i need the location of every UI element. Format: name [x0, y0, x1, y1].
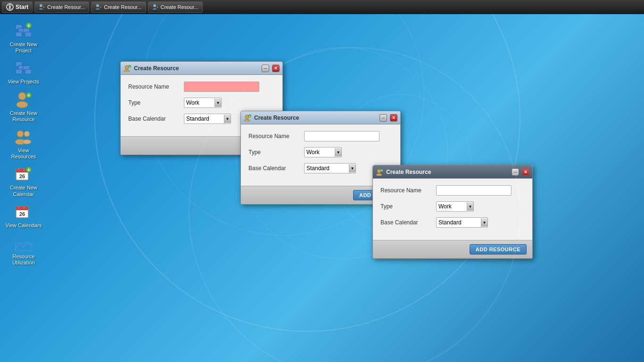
dialog3-type-value: Work: [437, 203, 467, 210]
taskbar-btn2-label: Create Resour...: [104, 4, 141, 10]
dialog2-type-arrow[interactable]: ▼: [335, 148, 341, 156]
create-new-calendar-icon: 26 +: [14, 165, 33, 183]
view-calendars-icon: 26: [14, 202, 33, 221]
dialog3-base-calendar-value: Standard: [437, 219, 481, 226]
sidebar-item-create-new-project[interactable]: + Create NewProject: [5, 21, 42, 54]
dialog3-base-calendar-arrow[interactable]: ▼: [481, 218, 487, 227]
start-label: Start: [16, 4, 28, 10]
dialog2-base-calendar-row: Base Calendar Standard ▼: [248, 163, 393, 173]
dialog2-type-select[interactable]: Work ▼: [304, 147, 342, 157]
dialog1-resource-name-input[interactable]: [184, 82, 259, 92]
svg-text:26: 26: [19, 173, 25, 179]
taskbar-button-3[interactable]: + Create Resour...: [148, 1, 203, 13]
svg-text:+: +: [249, 115, 251, 117]
svg-text:+: +: [27, 167, 30, 173]
dialog3-type-arrow[interactable]: ▼: [467, 202, 473, 211]
dialog1-base-calendar-select[interactable]: Standard ▼: [184, 114, 231, 124]
dialog3-type-row: Type Work ▼: [380, 201, 525, 212]
svg-point-23: [17, 101, 28, 108]
taskbar-button-2[interactable]: + Create Resour...: [91, 1, 146, 13]
dialog2-icon: +: [244, 114, 251, 122]
dialog2-type-label: Type: [248, 149, 300, 156]
svg-rect-38: [16, 206, 28, 210]
svg-text:+: +: [43, 6, 45, 9]
dialog3-content: Resource Name Type Work ▼ Base Calendar …: [373, 179, 532, 240]
sidebar-item-view-resources[interactable]: ViewResources: [5, 127, 42, 160]
dialog1-close-button[interactable]: ✕: [272, 65, 280, 72]
svg-text:+: +: [381, 169, 383, 172]
svg-rect-20: [16, 69, 22, 74]
dialog2-titlebar: + Create Resource ─ ✕: [241, 111, 400, 124]
dialog3-footer: ADD RESOURCE: [373, 240, 532, 258]
svg-point-46: [124, 70, 130, 72]
dialog3-close-button[interactable]: ✕: [522, 168, 529, 176]
dialog3-type-label: Type: [380, 203, 432, 210]
svg-point-29: [23, 140, 31, 144]
svg-rect-14: [25, 32, 32, 37]
taskbar-btn2-icon: +: [95, 4, 102, 10]
svg-point-45: [125, 66, 129, 69]
svg-point-4: [40, 4, 42, 7]
svg-rect-39: [18, 206, 19, 209]
sidebar-item-resource-utilization[interactable]: ResourceUtilization: [5, 233, 42, 266]
dialog1-type-arrow[interactable]: ▼: [215, 99, 221, 107]
dialog2-title: Create Resource: [254, 115, 377, 121]
svg-point-50: [244, 119, 250, 122]
create-new-resource-label: Create NewResource: [10, 110, 37, 123]
dialog2-resource-name-row: Resource Name: [248, 131, 393, 141]
dialog1-titlebar: + Create Resource ─ ✕: [121, 62, 282, 75]
dialog2-base-calendar-arrow[interactable]: ▼: [349, 164, 355, 173]
svg-text:26: 26: [19, 211, 25, 217]
create-new-resource-icon: +: [14, 90, 33, 109]
dialog2-base-calendar-label: Base Calendar: [248, 165, 300, 172]
dialog1-icon: +: [124, 65, 131, 72]
taskbar-btn3-label: Create Resour...: [161, 4, 198, 10]
dialog3-base-calendar-row: Base Calendar Standard ▼: [380, 217, 525, 228]
dialog1-base-calendar-label: Base Calendar: [128, 115, 180, 122]
svg-point-28: [24, 131, 30, 137]
sidebar: + Create NewProject View Projects +: [0, 16, 47, 271]
dialog3-minimize-button[interactable]: ─: [512, 168, 519, 176]
dialog3-resource-name-input[interactable]: [436, 185, 512, 196]
view-resources-label: ViewResources: [11, 148, 36, 160]
start-icon: [6, 3, 14, 11]
dialog2-base-calendar-value: Standard: [305, 165, 349, 172]
dialog1-title: Create Resource: [134, 65, 259, 72]
dialog3-title: Create Resource: [386, 169, 509, 175]
view-projects-icon: [14, 58, 33, 77]
dialog3-base-calendar-select[interactable]: Standard ▼: [436, 217, 488, 228]
dialog3-add-resource-button[interactable]: ADD RESOURCE: [470, 244, 527, 255]
svg-rect-33: [24, 169, 25, 171]
dialog2-type-value: Work: [305, 149, 335, 156]
sidebar-item-view-projects[interactable]: View Projects: [5, 58, 42, 85]
svg-point-8: [153, 4, 156, 7]
dialog1-minimize-button[interactable]: ─: [262, 65, 269, 72]
view-resources-icon: [14, 127, 33, 146]
svg-point-26: [17, 131, 24, 137]
dialog1-base-calendar-value: Standard: [184, 115, 224, 122]
taskbar-button-1[interactable]: + Create Resour...: [34, 1, 89, 13]
dialog2-type-row: Type Work ▼: [248, 147, 393, 157]
dialog3-type-select[interactable]: Work ▼: [436, 201, 474, 212]
sidebar-item-view-calendars[interactable]: 26 View Calendars: [5, 202, 42, 229]
sidebar-item-create-new-resource[interactable]: + Create NewResource: [5, 90, 42, 123]
svg-text:+: +: [99, 6, 101, 9]
taskbar-btn1-label: Create Resour...: [47, 4, 85, 10]
sidebar-item-create-new-calendar[interactable]: 26 + Create NewCalendar: [5, 165, 42, 197]
svg-rect-40: [24, 206, 25, 209]
dialog2-resource-name-input[interactable]: [304, 131, 380, 141]
dialog1-base-calendar-arrow[interactable]: ▼: [224, 115, 231, 123]
svg-point-54: [376, 173, 382, 176]
svg-text:+: +: [27, 93, 30, 98]
start-button[interactable]: Start: [2, 1, 33, 13]
taskbar: Start + Create Resour... + Create Resour…: [0, 0, 644, 14]
dialog1-type-select[interactable]: Work ▼: [184, 98, 222, 108]
view-projects-label: View Projects: [8, 79, 39, 85]
dialog2-minimize-button[interactable]: ─: [380, 114, 387, 122]
dialog1-type-value: Work: [184, 99, 215, 106]
taskbar-btn3-icon: +: [152, 4, 159, 10]
dialog3-titlebar: + Create Resource ─ ✕: [373, 165, 532, 179]
taskbar-btn1-icon: +: [39, 4, 45, 10]
dialog2-base-calendar-select[interactable]: Standard ▼: [304, 163, 356, 173]
dialog2-close-button[interactable]: ✕: [390, 114, 397, 122]
